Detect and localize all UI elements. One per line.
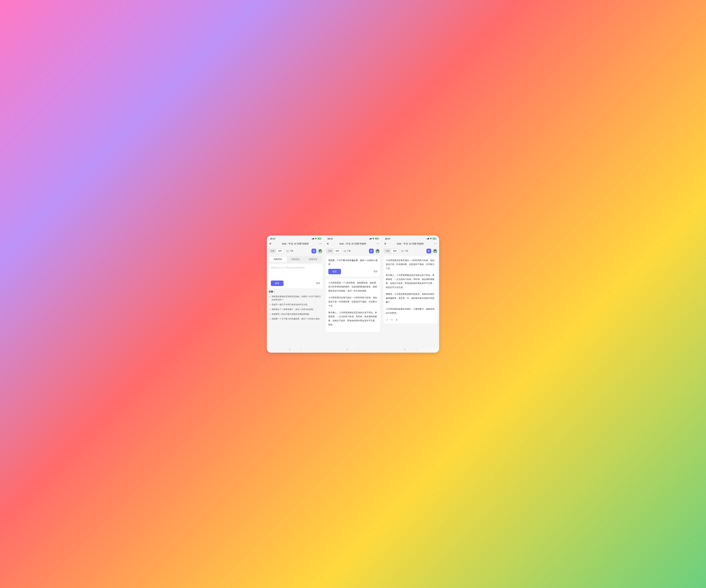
download-link[interactable]: 下载: [344, 250, 351, 252]
content-subtabs: 内容写作 内容优化 内容补全: [269, 256, 322, 262]
pager: 〈 〉: [382, 347, 439, 352]
example-item[interactable]: 我想写一篇关于全球气候变化的评论文章。: [272, 303, 322, 306]
submit-button[interactable]: 提交: [328, 269, 341, 274]
user-avatar[interactable]: 👩🏻: [433, 249, 437, 253]
shop-button[interactable]: [369, 249, 374, 253]
app-title: Aski - 中文 AI 问答与创作: [397, 242, 424, 245]
main-toolbar: 问答 创作 下载 👩🏻: [382, 247, 439, 255]
phone-screen-1: 15:17 ✕ Aski - 中文 AI 问答与创作 ··· 问答 创作 下载: [267, 236, 324, 352]
story-paragraph: 小马蒂亚斯的故事告诉我们，只要有毅力，就能实现自己的梦想。: [386, 307, 435, 315]
status-time: 15:17: [270, 238, 275, 240]
tab-create[interactable]: 创作: [276, 249, 284, 253]
subtab-write[interactable]: 内容写作: [269, 257, 287, 262]
example-item[interactable]: 我需要写一部以巴黎为背景的浪漫剧情电影。: [272, 312, 322, 316]
result-card: 小马蒂亚斯是一个7岁的男孩，他热爱绘画。他的朋友们经常赞赏他的画作，但是他想要做…: [326, 279, 380, 332]
signal-icon: [369, 238, 371, 239]
battery-icon: [433, 238, 436, 240]
status-bar: 15:17: [382, 236, 439, 240]
status-time: 15:17: [385, 238, 390, 240]
regenerate-icon[interactable]: ↺: [386, 319, 388, 321]
result-actions: ↺ ⧉ 🗑︎: [386, 318, 435, 323]
devices-icon: [401, 250, 403, 252]
close-icon[interactable]: ✕: [269, 242, 272, 245]
clear-button[interactable]: 清空: [374, 270, 378, 273]
svg-rect-3: [345, 251, 346, 252]
app-nav-bar: ✕ Aski - 中文 AI 问答与创作 ···: [324, 240, 382, 247]
shop-button[interactable]: [312, 249, 316, 253]
page-prev-icon[interactable]: 〈: [287, 347, 290, 352]
tab-create[interactable]: 创作: [391, 249, 399, 253]
pager: 〈 〉: [324, 347, 382, 352]
prompt-input[interactable]: 需要写点什么？请在此表达你的想法: [271, 266, 320, 278]
phone-screen-3: 15:17 ✕ Aski - 中文 AI 问答与创作 ··· 问答 创作 下载: [382, 236, 439, 352]
svg-rect-1: [288, 251, 288, 252]
story-paragraph: 小马蒂亚斯决定每天抽出一小时时间练习绘画。他知道这不是一件容易的事，但是他乐于挑…: [386, 258, 435, 270]
story-paragraph: 每天晚上，小马蒂亚斯都会坚定地坐在桌子旁边，拿着画笔，一点点的练习绘画。有时候，…: [386, 273, 435, 289]
tab-qa[interactable]: 问答: [384, 249, 391, 253]
mode-segment: 问答 创作: [326, 249, 342, 254]
clear-button[interactable]: 清空: [316, 282, 320, 285]
svg-rect-5: [402, 251, 403, 252]
main-toolbar: 问答 创作 下载 👩🏻: [324, 247, 382, 255]
devices-icon: [286, 250, 288, 252]
wifi-icon: [430, 238, 432, 240]
pager: 〈 〉: [267, 347, 324, 352]
example-item[interactable]: 我需要一个关于毅力的有趣故事，面向7~10岁的小朋友。: [272, 317, 322, 321]
app-title: Aski - 中文 AI 问答与创作: [282, 242, 309, 245]
battery-icon: [375, 238, 379, 240]
close-icon[interactable]: ✕: [326, 242, 329, 245]
more-icon[interactable]: ···: [377, 243, 380, 245]
status-bar: 15:17: [324, 236, 382, 240]
submit-button[interactable]: 提交: [271, 281, 283, 286]
app-nav-bar: ✕ Aski - 中文 AI 问答与创作 ···: [382, 240, 439, 247]
prompt-input-card: 需要写点什么？请在此表达你的想法 提交 清空: [269, 264, 322, 288]
examples-section: 示例： 我希望发展我的互联网运营技能，你能写一封关于我自己的求职信吗？ 我想写一…: [269, 290, 322, 321]
mode-segment: 问答 创作: [269, 249, 284, 254]
subtab-optimize[interactable]: 内容优化: [287, 257, 305, 262]
app-nav-bar: ✕ Aski - 中文 AI 问答与创作 ···: [267, 240, 324, 247]
phone-screen-2: 15:17 ✕ Aski - 中文 AI 问答与创作 ··· 问答 创作 下载: [324, 236, 382, 352]
close-icon[interactable]: ✕: [384, 242, 387, 245]
example-item[interactable]: 我希望发展我的互联网运营技能，你能写一封关于我自己的求职信吗？: [272, 295, 322, 302]
user-avatar[interactable]: 👩🏻: [318, 249, 322, 253]
tab-qa[interactable]: 问答: [269, 249, 276, 253]
story-paragraph: 慢慢地，小马蒂亚斯的技能开始提高，他画出的画作越来越精美，甚至有一天，他的画作被…: [386, 292, 435, 304]
user-avatar[interactable]: 👩🏻: [375, 249, 380, 253]
subtab-complete[interactable]: 内容补全: [304, 257, 322, 262]
battery-icon: [318, 238, 321, 240]
bag-icon: [313, 250, 315, 252]
prompt-input-card: 我需要一个关于毅力的有趣故事，面向7~10岁的小朋友。 提交 清空: [326, 256, 380, 277]
example-item[interactable]: 我昨晚去了一家粤菜餐厅，提供一些评论的思路。: [272, 308, 322, 311]
status-bar: 15:17: [267, 236, 324, 240]
mode-segment: 问答 创作: [384, 249, 399, 254]
story-paragraph: 小马蒂亚斯决定每天抽出一小时时间练习绘画。他知道这不是一件容易的事，但是他乐于挑…: [328, 296, 378, 308]
app-title: Aski - 中文 AI 问答与创作: [339, 242, 366, 245]
page-next-icon[interactable]: 〉: [301, 347, 304, 352]
status-time: 15:17: [327, 238, 333, 240]
more-icon[interactable]: ···: [434, 243, 437, 245]
page-prev-icon[interactable]: 〈: [402, 347, 405, 352]
delete-icon[interactable]: 🗑︎: [396, 319, 398, 321]
more-icon[interactable]: ···: [319, 243, 322, 245]
page-prev-icon[interactable]: 〈: [345, 347, 348, 352]
page-next-icon[interactable]: 〉: [416, 347, 419, 352]
main-toolbar: 问答 创作 下载 👩🏻: [267, 247, 324, 255]
tab-create[interactable]: 创作: [334, 249, 341, 253]
wifi-icon: [315, 238, 317, 240]
download-link[interactable]: 下载: [286, 250, 293, 252]
page-next-icon[interactable]: 〉: [358, 347, 361, 352]
download-link[interactable]: 下载: [401, 250, 408, 252]
prompt-input[interactable]: 我需要一个关于毅力的有趣故事，面向7~10岁的小朋友。: [328, 258, 378, 266]
devices-icon: [344, 250, 346, 252]
story-paragraph: 小马蒂亚斯是一个7岁的男孩，他热爱绘画。他的朋友们经常赞赏他的画作，但是他想要做…: [328, 281, 378, 293]
signal-icon: [427, 238, 429, 239]
tab-qa[interactable]: 问答: [326, 249, 334, 253]
result-card: 小马蒂亚斯决定每天抽出一小时时间练习绘画。他知道这不是一件容易的事，但是他乐于挑…: [384, 256, 437, 324]
bag-icon: [370, 250, 372, 252]
bag-icon: [428, 250, 430, 252]
signal-icon: [312, 238, 314, 239]
three-phone-showcase: 15:17 ✕ Aski - 中文 AI 问答与创作 ··· 问答 创作 下载: [267, 236, 439, 352]
copy-icon[interactable]: ⧉: [391, 319, 393, 321]
examples-heading: 示例：: [269, 290, 322, 293]
shop-button[interactable]: [426, 249, 431, 253]
